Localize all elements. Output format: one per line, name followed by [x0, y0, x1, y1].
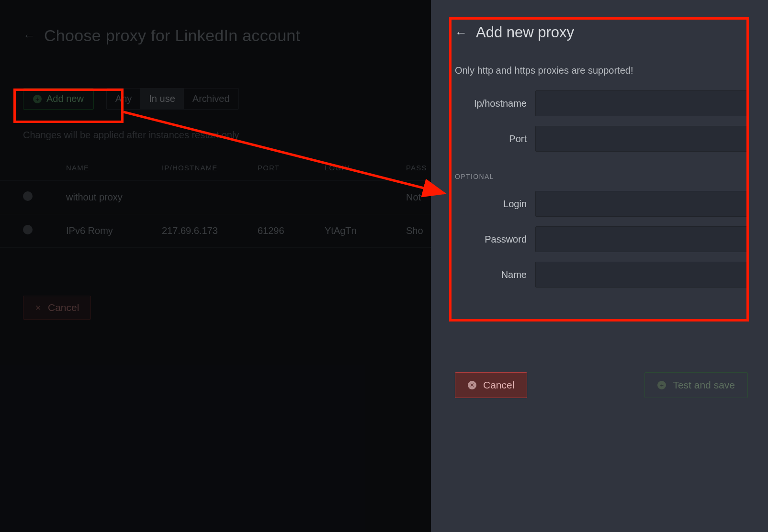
proxy-table: NAME IP/HOSTNAME PORT LOGIN PASS without… [0, 155, 431, 248]
radio-icon[interactable] [23, 191, 33, 201]
cell-name: without proxy [66, 192, 162, 203]
cell-name: IPv6 Romy [66, 225, 162, 236]
name-field[interactable] [535, 262, 748, 288]
login-field[interactable] [535, 191, 748, 217]
cancel-button[interactable]: ✕ Cancel [23, 296, 91, 320]
cell-login: YtAgTn [325, 225, 406, 236]
back-arrow-icon[interactable]: ← [23, 28, 35, 43]
drawer-cancel-label: Cancel [483, 379, 514, 391]
test-and-save-button[interactable]: + Test and save [644, 372, 748, 398]
restart-note: Changes will be applied after instances … [0, 110, 431, 141]
col-name: NAME [66, 164, 162, 172]
add-proxy-drawer: ← Add new proxy Only http and https prox… [431, 0, 768, 532]
close-icon: ✕ [35, 303, 41, 312]
plus-circle-icon: + [33, 95, 42, 103]
support-info: Only http and https proxies are supporte… [455, 65, 748, 76]
test-save-label: Test and save [673, 379, 735, 391]
drawer-cancel-button[interactable]: ✕ Cancel [455, 372, 527, 398]
ip-hostname-field[interactable] [535, 90, 748, 116]
col-port: PORT [258, 164, 325, 172]
radio-icon[interactable] [23, 225, 33, 234]
choose-proxy-panel: ← Choose proxy for LinkedIn account + Ad… [0, 0, 431, 532]
close-circle-icon: ✕ [468, 381, 476, 389]
cell-port: 61296 [258, 225, 325, 236]
plus-circle-icon: + [657, 381, 666, 389]
drawer-title: Add new proxy [476, 24, 574, 41]
table-row[interactable]: without proxy Not [0, 181, 431, 214]
name-label: Name [455, 269, 527, 280]
table-row[interactable]: IPv6 Romy 217.69.6.173 61296 YtAgTn Sho [0, 214, 431, 248]
password-field[interactable] [535, 226, 748, 252]
ip-label: Ip/hostname [455, 98, 527, 109]
add-new-button[interactable]: + Add new [23, 88, 94, 110]
login-label: Login [455, 199, 527, 210]
filter-archived[interactable]: Archived [184, 89, 238, 109]
password-label: Password [455, 234, 527, 245]
col-login: LOGIN [325, 164, 406, 172]
optional-heading: OPTIONAL [455, 173, 748, 180]
filter-in-use[interactable]: In use [140, 89, 183, 109]
back-arrow-icon[interactable]: ← [455, 25, 467, 40]
cancel-label: Cancel [48, 302, 79, 313]
cell-ip: 217.69.6.173 [162, 225, 258, 236]
page-title: Choose proxy for LinkedIn account [44, 26, 300, 45]
port-field[interactable] [535, 126, 748, 152]
col-ip: IP/HOSTNAME [162, 164, 258, 172]
filter-any[interactable]: Any [107, 89, 140, 109]
add-new-label: Add new [46, 93, 84, 104]
filter-group: Any In use Archived [106, 88, 239, 110]
port-label: Port [455, 133, 527, 144]
